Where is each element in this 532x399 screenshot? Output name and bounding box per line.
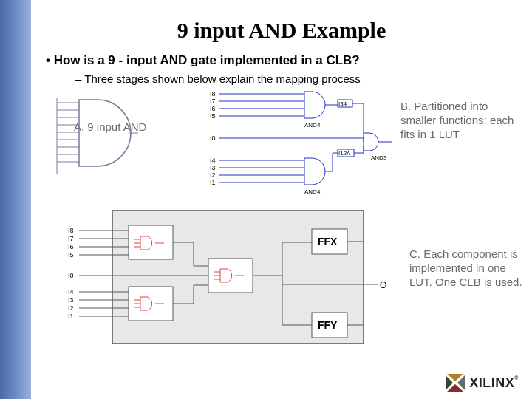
diagram-a-svg [38,92,142,188]
slide-content: 9 input AND Example How is a 9 - input A… [31,0,532,399]
bullet-level-1: How is a 9 - input AND gate implemented … [46,53,532,68]
svg-text:I6: I6 [210,105,216,112]
svg-text:I6: I6 [68,243,74,250]
slide-title: 9 input AND Example [31,18,532,43]
svg-text:I0: I0 [68,272,74,279]
bullet-level-2: Three stages shown below explain the map… [75,72,532,85]
label-c: C. Each component is implemented in one … [409,248,524,289]
svg-text:FFX: FFX [318,236,338,248]
svg-text:I8: I8 [68,227,74,234]
svg-text:I1: I1 [210,179,216,186]
xilinx-logo-text: XILINX® [469,375,519,391]
svg-text:I4: I4 [68,288,74,296]
svg-text:AND4: AND4 [304,122,321,129]
svg-text:I3: I3 [210,164,216,171]
svg-rect-65 [129,225,173,259]
svg-text:I4: I4 [210,157,216,164]
svg-text:I34: I34 [338,100,347,107]
svg-text:I7: I7 [68,235,74,242]
svg-text:AND3: AND3 [371,154,387,161]
left-decorative-stripe [0,0,31,399]
svg-text:I8: I8 [210,90,216,98]
svg-text:I1: I1 [68,313,74,320]
svg-text:I12A: I12A [338,150,351,157]
svg-text:O: O [380,280,386,290]
svg-text:I5: I5 [68,251,74,259]
svg-text:I7: I7 [210,98,216,105]
svg-text:I2: I2 [210,171,216,179]
svg-text:FFY: FFY [318,319,338,331]
xilinx-logo: XILINX® [444,374,519,392]
diagram-b-svg: I8 I7 I6 I5 AND4 I34 I0 [194,89,400,200]
xilinx-logo-icon [444,374,466,392]
svg-text:I2: I2 [68,304,74,312]
svg-text:I5: I5 [210,112,216,120]
diagram-area: A. 9 input AND B. Partitioned into small… [31,92,532,388]
diagram-c-svg: I8 I7 I6 I5 I0 I4 I3 I2 I1 [61,207,400,351]
svg-text:I0: I0 [210,134,216,142]
svg-text:I3: I3 [68,296,74,304]
svg-text:AND4: AND4 [304,188,321,195]
label-b: B. Partitioned into smaller functions: e… [400,100,526,141]
